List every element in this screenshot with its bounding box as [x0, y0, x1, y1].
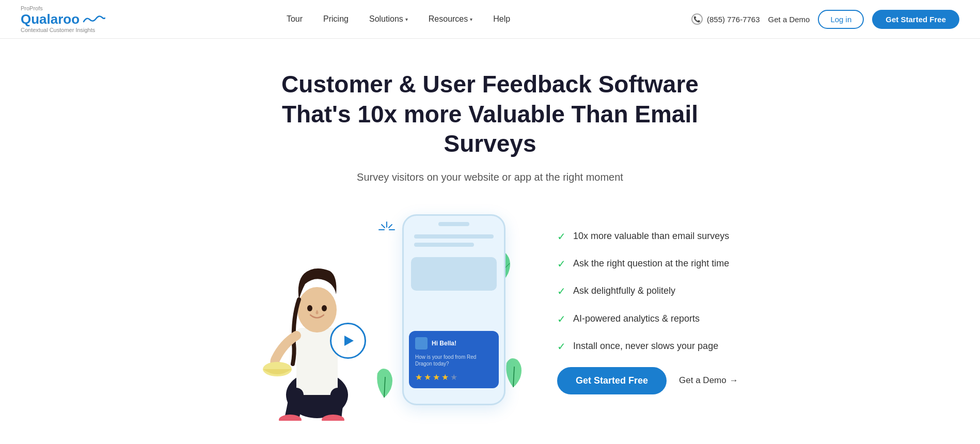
- nav-help[interactable]: Help: [484, 10, 519, 28]
- feature-item: ✓ Ask delightfully & politely: [557, 284, 743, 297]
- get-demo-link[interactable]: Get a Demo: [768, 15, 810, 24]
- phone-bar-1: [414, 234, 494, 239]
- play-button[interactable]: [330, 323, 366, 359]
- survey-widget: Hi Bella! How is your food from Red Drag…: [409, 331, 499, 388]
- play-triangle-icon: [344, 336, 354, 346]
- phone-icon: 📞: [691, 13, 703, 25]
- spark-decoration: [376, 219, 397, 240]
- feature-text: Install once, never slows your page: [573, 340, 718, 353]
- nav-resources[interactable]: Resources ▾: [419, 10, 482, 28]
- proprofs-label: ProProfs: [21, 5, 105, 11]
- phone-card: [411, 257, 497, 291]
- svg-line-10: [389, 225, 392, 228]
- feature-text: 10x more valuable than email surveys: [573, 230, 729, 243]
- survey-stars: ★ ★ ★ ★ ★: [415, 372, 493, 382]
- survey-avatar: [415, 337, 428, 350]
- hero-cta-button[interactable]: Get Started Free: [557, 367, 667, 394]
- hero-subtitle: Survey visitors on your website or app a…: [21, 171, 959, 183]
- arrow-right-icon: →: [730, 375, 738, 386]
- features-list: ✓ 10x more valuable than email surveys ✓…: [557, 230, 743, 394]
- hero-section: Customer & User Feedback Software That's…: [0, 39, 980, 441]
- star-3: ★: [433, 372, 440, 382]
- feature-text: Ask delightfully & politely: [573, 284, 675, 297]
- header-actions: 📞 (855) 776-7763 Get a Demo Log in Get S…: [691, 10, 959, 29]
- check-icon: ✓: [557, 230, 566, 243]
- feature-item: ✓ AI-powered analytics & reports: [557, 312, 743, 325]
- star-5: ★: [450, 372, 457, 382]
- star-4: ★: [441, 372, 449, 382]
- logo-tagline: Contextual Customer Insights: [21, 27, 105, 33]
- login-button[interactable]: Log in: [818, 10, 864, 29]
- check-icon: ✓: [557, 285, 566, 297]
- phone-number[interactable]: 📞 (855) 776-7763: [691, 13, 760, 25]
- nav-solutions[interactable]: Solutions ▾: [360, 10, 417, 28]
- check-icon: ✓: [557, 258, 566, 270]
- feature-text: Ask the right question at the right time: [573, 257, 729, 270]
- hero-text-area: Customer & User Feedback Software That's…: [0, 39, 980, 183]
- svg-point-8: [322, 305, 327, 311]
- nav-pricing[interactable]: Pricing: [314, 10, 358, 28]
- survey-greeting: Hi Bella!: [432, 340, 456, 347]
- feature-text: AI-powered analytics & reports: [573, 312, 700, 325]
- logo-text: Qualaroo: [21, 12, 80, 26]
- phone-mockup: Hi Bella! How is your food from Red Drag…: [402, 214, 505, 405]
- phone-bar-2: [414, 243, 474, 247]
- svg-point-7: [307, 305, 312, 311]
- hero-illustration: Hi Bella! How is your food from Red Drag…: [237, 204, 526, 421]
- chevron-down-icon: ▾: [405, 17, 408, 22]
- hero-cta-row: Get Started Free Get a Demo →: [557, 367, 743, 394]
- hero-content: Hi Bella! How is your food from Red Drag…: [0, 204, 980, 441]
- woman-illustration: [247, 219, 387, 421]
- header-cta-button[interactable]: Get Started Free: [872, 10, 959, 29]
- check-icon: ✓: [557, 340, 566, 353]
- feature-item: ✓ Ask the right question at the right ti…: [557, 257, 743, 270]
- survey-question: How is your food from Red Dragon today?: [415, 354, 493, 367]
- main-nav: Tour Pricing Solutions ▾ Resources ▾ Hel…: [277, 10, 519, 28]
- nav-tour[interactable]: Tour: [277, 10, 312, 28]
- feature-item: ✓ Install once, never slows your page: [557, 340, 743, 353]
- logo-wave-icon: [83, 14, 105, 24]
- logo[interactable]: ProProfs Qualaroo Contextual Customer In…: [21, 5, 105, 33]
- hero-demo-link[interactable]: Get a Demo →: [679, 375, 738, 386]
- star-2: ★: [424, 372, 431, 382]
- check-icon: ✓: [557, 313, 566, 325]
- feature-item: ✓ 10x more valuable than email surveys: [557, 230, 743, 243]
- header: ProProfs Qualaroo Contextual Customer In…: [0, 0, 980, 39]
- svg-line-12: [382, 225, 385, 228]
- chevron-down-icon: ▾: [470, 17, 472, 22]
- hero-title: Customer & User Feedback Software That's…: [278, 70, 702, 159]
- star-1: ★: [415, 372, 422, 382]
- phone-notch: [438, 222, 469, 226]
